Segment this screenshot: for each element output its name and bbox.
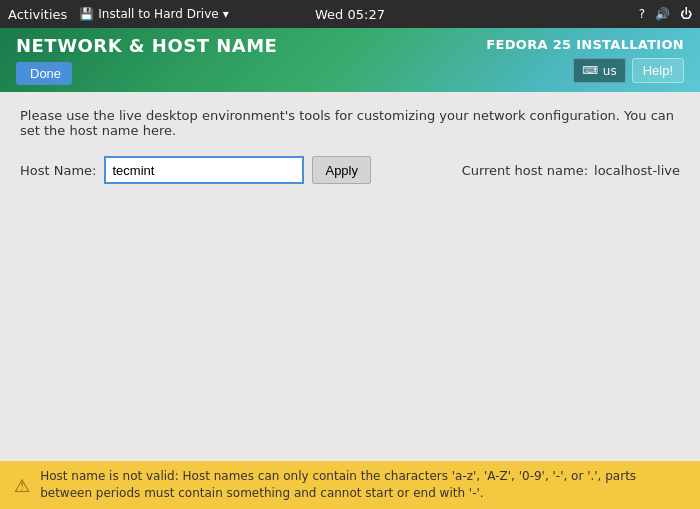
host-name-input[interactable] <box>104 156 304 184</box>
current-host-value: localhost-live <box>594 163 680 178</box>
install-label: Install to Hard Drive <box>98 7 218 21</box>
apply-button[interactable]: Apply <box>312 156 371 184</box>
taskbar-right: ? 🔊 ⏻ <box>639 7 692 21</box>
fedora-installation-label: FEDORA 25 INSTALLATION <box>486 37 684 52</box>
warning-icon: ⚠ <box>14 475 30 496</box>
speaker-icon[interactable]: 🔊 <box>655 7 670 21</box>
page-title: NETWORK & HOST NAME <box>16 35 277 56</box>
done-button[interactable]: Done <box>16 62 72 85</box>
hard-drive-icon: 💾 <box>79 7 94 21</box>
help-button[interactable]: Help! <box>632 58 684 83</box>
header-bar: NETWORK & HOST NAME Done FEDORA 25 INSTA… <box>0 28 700 92</box>
activities-button[interactable]: Activities <box>8 7 67 22</box>
chevron-down-icon: ▾ <box>223 7 229 21</box>
taskbar-left: Activities 💾 Install to Hard Drive ▾ <box>8 7 229 22</box>
keyboard-icon: ⌨ <box>582 64 598 77</box>
current-host-row: Current host name: localhost-live <box>462 163 680 178</box>
host-name-left: Host Name: Apply <box>20 156 371 184</box>
taskbar-clock: Wed 05:27 <box>315 7 385 22</box>
current-host-label: Current host name: <box>462 163 588 178</box>
power-icon[interactable]: ⏻ <box>680 7 692 21</box>
warning-bar: ⚠ Host name is not valid: Host names can… <box>0 461 700 509</box>
warning-text: Host name is not valid: Host names can o… <box>40 468 686 502</box>
host-name-label: Host Name: <box>20 163 96 178</box>
header-left: NETWORK & HOST NAME Done <box>16 35 277 85</box>
taskbar: Activities 💾 Install to Hard Drive ▾ Wed… <box>0 0 700 28</box>
info-text: Please use the live desktop environment'… <box>20 108 680 138</box>
question-icon[interactable]: ? <box>639 7 645 21</box>
host-name-row: Host Name: Apply Current host name: loca… <box>20 156 680 184</box>
keyboard-lang-label: us <box>603 64 617 78</box>
main-content: Please use the live desktop environment'… <box>0 92 700 461</box>
header-right: FEDORA 25 INSTALLATION ⌨ us Help! <box>486 37 684 83</box>
keyboard-language-button[interactable]: ⌨ us <box>573 58 626 83</box>
install-to-hard-drive-button[interactable]: 💾 Install to Hard Drive ▾ <box>79 7 228 21</box>
